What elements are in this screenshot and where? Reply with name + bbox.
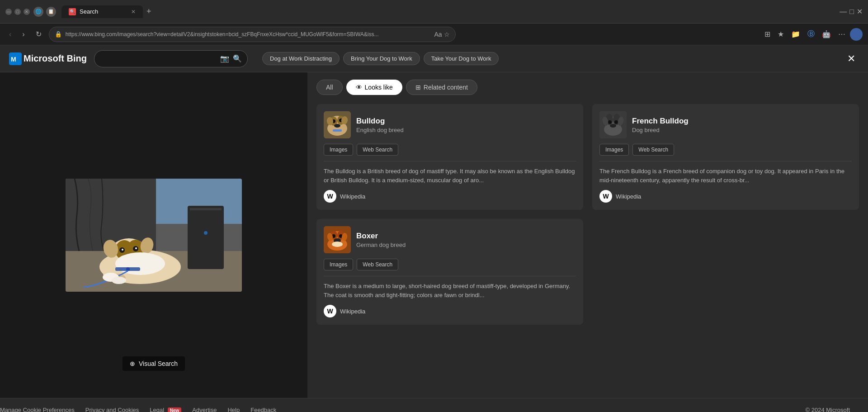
boxer-wikipedia-link[interactable]: W Wikipedia: [324, 305, 576, 317]
visual-search-label: Visual Search: [139, 360, 178, 367]
wikipedia-icon-bulldog: W: [324, 190, 336, 203]
svg-point-18: [135, 247, 137, 249]
breed-actions-boxer: Images Web Search: [324, 259, 576, 270]
new-tab-btn[interactable]: +: [146, 7, 151, 16]
minimize-window-btn[interactable]: —: [840, 8, 847, 16]
tab-all[interactable]: All: [316, 80, 343, 95]
footer-copyright: © 2024 Microsoft: [806, 407, 868, 412]
breed-thumb-french: [599, 111, 627, 138]
svg-point-44: [614, 120, 618, 124]
tab-close-btn[interactable]: ✕: [131, 9, 136, 15]
pill-bring[interactable]: Bring Your Dog to Work: [343, 52, 420, 65]
svg-text:M: M: [11, 56, 16, 63]
tabs-row: All 👁 Looks like ⊞ Related content: [316, 80, 859, 95]
breed-info-bulldog: Bulldog English dog breed: [356, 117, 404, 133]
refresh-btn[interactable]: ↻: [32, 28, 45, 40]
tab-related-content[interactable]: ⊞ Related content: [406, 80, 477, 95]
footer-manage-cookies[interactable]: Manage Cookie Preferences: [0, 407, 75, 412]
breed-thumb-bulldog: [324, 111, 351, 138]
close-btn-window[interactable]: ✕: [24, 9, 30, 15]
address-row: ‹ › ↻ 🔒 https://www.bing.com/images/sear…: [0, 24, 868, 45]
back-btn[interactable]: ‹: [5, 28, 15, 40]
search-input[interactable]: [100, 55, 217, 62]
bing-logo[interactable]: M Microsoft Bing: [9, 52, 87, 65]
reader-view-icon[interactable]: Aa: [434, 31, 442, 38]
breed-name-bulldog: Bulldog: [356, 117, 404, 126]
visual-search-btn[interactable]: ⊕ Visual Search: [123, 356, 185, 371]
breed-desc-french: The French Bulldog is a French breed of …: [599, 161, 852, 185]
visual-search-icon: ⊕: [130, 360, 135, 367]
svg-rect-37: [333, 129, 342, 132]
bulldog-websearch-btn[interactable]: Web Search: [357, 144, 398, 156]
footer-legal[interactable]: Legal New: [150, 407, 181, 412]
search-submit-icon[interactable]: 🔍: [233, 54, 242, 63]
image-panel: ⊕ Visual Search: [0, 72, 307, 398]
tab-all-label: All: [326, 84, 333, 91]
tab-looks-like-icon: 👁: [356, 84, 362, 91]
wiki-label-boxer: Wikipedia: [340, 308, 365, 315]
tab-related-label: Related content: [424, 84, 468, 91]
pill-take[interactable]: Take Your Dog to Work: [424, 52, 499, 65]
svg-point-58: [332, 242, 343, 247]
close-panel-btn[interactable]: ✕: [844, 51, 859, 66]
profile-avatar[interactable]: [850, 28, 863, 41]
search-bar[interactable]: 📷 🔍: [94, 50, 248, 67]
camera-search-icon[interactable]: 📷: [220, 54, 229, 63]
right-panel: All 👁 Looks like ⊞ Related content: [307, 72, 868, 398]
main-dog-image: [66, 179, 242, 292]
extensions-btn[interactable]: ⊞: [762, 28, 773, 40]
tab-bar: 🌐 📋 🔍 Search ✕ + — □ ✕: [33, 5, 863, 18]
breed-name-boxer: Boxer: [356, 232, 406, 241]
french-wikipedia-link[interactable]: W Wikipedia: [599, 190, 852, 203]
restore-window-btn[interactable]: □: [849, 8, 854, 16]
svg-rect-7: [190, 208, 222, 210]
active-tab[interactable]: 🔍 Search ✕: [61, 5, 143, 18]
french-images-btn[interactable]: Images: [599, 144, 629, 156]
breed-header-french: French Bulldog Dog breed: [599, 111, 852, 138]
breed-card-boxer: Boxer German dog breed Images Web Search…: [316, 219, 583, 325]
more-btn[interactable]: ⋯: [835, 28, 848, 40]
collections-btn[interactable]: 📁: [788, 28, 803, 40]
bookmark-icon[interactable]: ☆: [444, 31, 450, 38]
footer-legal-label: Legal: [150, 407, 164, 412]
bing-header: M Microsoft Bing 📷 🔍 Dog at Work Distrac…: [0, 45, 868, 72]
svg-point-8: [204, 231, 208, 235]
breed-actions-bulldog: Images Web Search: [324, 144, 576, 156]
forward-btn[interactable]: ›: [19, 28, 28, 40]
french-websearch-btn[interactable]: Web Search: [632, 144, 674, 156]
bing-icon-btn[interactable]: Ⓑ: [805, 28, 817, 41]
address-bar[interactable]: 🔒 https://www.bing.com/images/search?vie…: [49, 27, 456, 42]
footer-advertise[interactable]: Advertise: [192, 407, 217, 412]
favorites-btn[interactable]: ★: [775, 28, 787, 40]
browser-chrome: — □ ✕ 🌐 📋 🔍 Search ✕ + — □ ✕: [0, 0, 868, 24]
breed-card-bulldog: Bulldog English dog breed Images Web Sea…: [316, 104, 583, 210]
svg-point-22: [115, 252, 165, 275]
footer-feedback[interactable]: Feedback: [250, 407, 276, 412]
dog-scene-svg: [66, 179, 242, 292]
tab-looks-like-label: Looks like: [365, 84, 393, 91]
breeds-grid: Bulldog English dog breed Images Web Sea…: [316, 104, 859, 325]
tab-related-icon: ⊞: [415, 84, 421, 91]
bulldog-images-btn[interactable]: Images: [324, 144, 353, 156]
pill-distracting[interactable]: Dog at Work Distracting: [262, 52, 340, 65]
breed-info-french: French Bulldog Dog breed: [632, 117, 689, 133]
tab-looks-like[interactable]: 👁 Looks like: [346, 80, 402, 95]
svg-point-34: [334, 124, 340, 128]
bulldog-wikipedia-link[interactable]: W Wikipedia: [324, 190, 576, 203]
boxer-images-btn[interactable]: Images: [324, 259, 353, 270]
footer-help[interactable]: Help: [227, 407, 240, 412]
bing-logo-text: Microsoft Bing: [24, 53, 87, 64]
minimize-btn[interactable]: —: [5, 9, 12, 15]
boxer-websearch-btn[interactable]: Web Search: [357, 259, 398, 270]
maximize-btn[interactable]: □: [14, 9, 21, 15]
copilot-btn[interactable]: 🤖: [819, 28, 834, 40]
boxer-thumb-svg: [324, 226, 351, 253]
footer-privacy[interactable]: Privacy and Cookies: [85, 407, 139, 412]
wikipedia-icon-boxer: W: [324, 305, 336, 317]
svg-point-26: [112, 277, 126, 284]
window-controls: — □ ✕: [5, 9, 30, 15]
close-window-btn[interactable]: ✕: [857, 7, 863, 16]
svg-rect-6: [188, 206, 224, 269]
related-pills: Dog at Work Distracting Bring Your Dog t…: [262, 52, 499, 65]
tab-favicon: 🔍: [69, 8, 76, 15]
